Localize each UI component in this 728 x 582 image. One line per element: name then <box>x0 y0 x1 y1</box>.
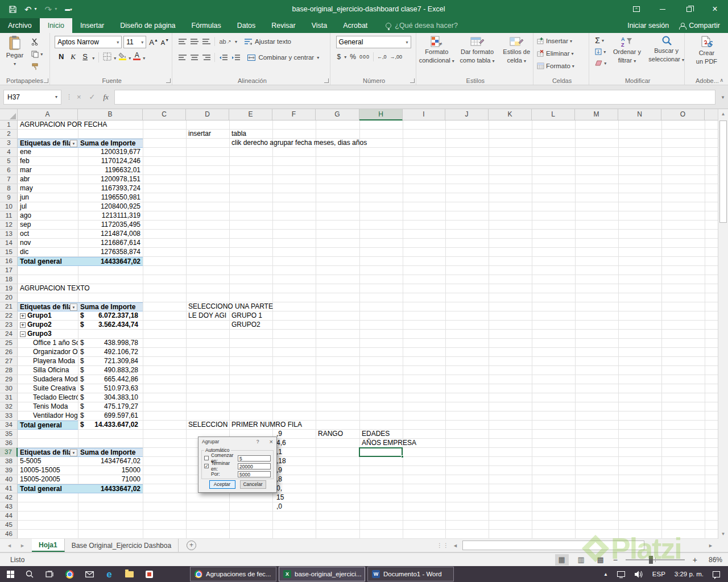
cell-B31[interactable]: $304.383,10 <box>78 393 143 402</box>
insert-cells-button[interactable]: Insertar▾ <box>535 35 589 47</box>
row-header-8[interactable]: 8 <box>0 184 18 193</box>
cell-A7[interactable]: abr <box>18 175 32 184</box>
sheet-nav-right-icon[interactable]: ► <box>20 543 25 548</box>
row-header-41[interactable]: 41 <box>0 484 18 493</box>
col-header-M[interactable]: M <box>575 109 618 120</box>
cell-A8[interactable]: may <box>18 184 35 193</box>
row-header-36[interactable]: 36 <box>0 439 18 448</box>
tray-show-hidden-icon[interactable]: ▲ <box>603 572 608 577</box>
row-header-2[interactable]: 2 <box>0 130 18 139</box>
cell-A22[interactable]: +Grupo1 <box>18 311 78 321</box>
cell-A15[interactable]: dic <box>18 248 31 257</box>
cell-A24[interactable]: −Grupo3 <box>18 330 78 339</box>
fill-button[interactable]: ▾ <box>593 46 608 57</box>
col-header-J[interactable]: J <box>445 109 489 120</box>
cell-A32[interactable]: Tenis Moda <box>18 402 78 411</box>
formula-input[interactable] <box>114 90 715 105</box>
network-icon[interactable] <box>617 571 625 577</box>
action-center-icon[interactable] <box>713 571 720 577</box>
cell-D34[interactable]: SELECCION <box>186 421 229 430</box>
cell-A5[interactable]: feb <box>18 157 32 166</box>
row-header-5[interactable]: 5 <box>0 157 18 166</box>
alignment-dialog-launcher[interactable] <box>324 78 329 83</box>
save-icon[interactable] <box>9 6 16 13</box>
row-header-25[interactable]: 25 <box>0 339 18 348</box>
number-dialog-launcher[interactable] <box>410 78 415 83</box>
font-color-button[interactable]: A <box>133 52 140 60</box>
expand-group-icon[interactable]: + <box>20 313 26 319</box>
cell-B28[interactable]: $490.883,28 <box>78 366 143 375</box>
create-pdf-button[interactable]: Crear un PDF <box>688 33 725 75</box>
taskbar-window-word[interactable]: WDocumento1 - Word <box>367 567 454 581</box>
col-header-F[interactable]: F <box>272 109 316 120</box>
collapse-ribbon-button[interactable]: ∧ <box>719 77 723 83</box>
cell-A28[interactable]: Silla Oficina <box>18 366 78 375</box>
cell-A33[interactable]: Ventilador Hoga <box>18 411 78 421</box>
cell-E34[interactable]: PRIMER NUMRO FILA <box>229 421 304 430</box>
cell-A37[interactable]: Etiquetas de fila▼ <box>18 448 78 457</box>
cell-G35[interactable]: RANGO <box>316 430 345 439</box>
cell-B11[interactable]: 1213111,319 <box>78 211 143 221</box>
col-header-H[interactable]: H <box>359 109 403 120</box>
row-header-20[interactable]: 20 <box>0 293 18 302</box>
taskbar-window-chrome[interactable]: Agrupaciones de fec... <box>190 567 276 581</box>
cell-F41[interactable]: 0, <box>272 484 316 493</box>
row-header-23[interactable]: 23 <box>0 321 18 330</box>
decrease-indent-button[interactable] <box>219 55 228 61</box>
cell-B34[interactable]: $14.433.647,02 <box>78 421 143 430</box>
cell-B21[interactable]: Suma de Importe <box>78 302 143 311</box>
ribbon-display-options-button[interactable]: ^ <box>623 0 650 18</box>
row-header-29[interactable]: 29 <box>0 375 18 384</box>
cell-A10[interactable]: jul <box>18 202 29 211</box>
autosum-button[interactable]: Σ▾ <box>593 35 608 46</box>
cell-A26[interactable]: Organizador Of <box>18 348 78 357</box>
clock[interactable]: 3:29 p. m. <box>675 571 704 577</box>
redo-button[interactable]: ↷ <box>45 5 52 14</box>
col-header-D[interactable]: D <box>186 109 229 120</box>
view-page-layout-button[interactable]: ▥ <box>574 554 588 566</box>
align-left-button[interactable] <box>179 55 187 61</box>
row-header-12[interactable]: 12 <box>0 221 18 230</box>
cell-A12[interactable]: sep <box>18 221 33 230</box>
cell-A41[interactable]: Total general <box>18 484 78 493</box>
view-page-break-button[interactable]: ▩ <box>594 554 607 566</box>
cell-D2[interactable]: insertar <box>186 130 213 139</box>
select-all-corner[interactable] <box>0 109 18 120</box>
cell-F43[interactable]: ,0 <box>272 502 316 512</box>
pinned-app-icon[interactable] <box>144 569 154 579</box>
row-header-39[interactable]: 39 <box>0 466 18 475</box>
pivot-filter-dropdown-icon[interactable]: ▼ <box>70 304 77 311</box>
ribbon-tab-dise-o-de-p-gina[interactable]: Diseño de página <box>112 18 183 33</box>
view-normal-button[interactable]: ▦ <box>555 554 569 566</box>
ribbon-tab-acrobat[interactable]: Acrobat <box>335 18 375 33</box>
cell-E22[interactable]: GRUPO 1 <box>229 311 264 321</box>
row-header-1[interactable]: 1 <box>0 120 18 130</box>
cell-B6[interactable]: 1196632,01 <box>78 166 143 175</box>
cell-B38[interactable]: 14347647,02 <box>78 457 143 466</box>
cell-B40[interactable]: 71000 <box>78 475 143 484</box>
fill-handle[interactable] <box>401 455 404 458</box>
cell-E3[interactable]: clik derecho agrupar fecha meses, dias a… <box>229 139 369 148</box>
pivot-filter-dropdown-icon[interactable]: ▼ <box>70 140 77 147</box>
dialog-help-button[interactable]: ? <box>257 439 259 444</box>
dialog-field-input[interactable]: 20000 <box>238 463 271 469</box>
increase-decimal-button[interactable]: ←,0 <box>377 54 387 60</box>
scroll-down-icon[interactable]: ▼ <box>718 529 728 539</box>
row-header-37[interactable]: 37 <box>0 448 18 457</box>
redo-caret-icon[interactable]: ▾ <box>55 7 57 11</box>
col-header-L[interactable]: L <box>532 109 575 120</box>
row-header-7[interactable]: 7 <box>0 175 18 184</box>
horizontal-scrollbar[interactable]: ◄ ► <box>449 539 717 552</box>
sheet-tab-hoja1[interactable]: Hoja1 <box>32 539 65 552</box>
row-header-4[interactable]: 4 <box>0 148 18 157</box>
cell-F36[interactable]: 4,6 <box>272 439 316 448</box>
taskbar-window-excel[interactable]: Xbase-original_ejercici... <box>279 567 365 581</box>
row-header-16[interactable]: 16 <box>0 257 18 266</box>
hscroll-right-icon[interactable]: ► <box>705 543 717 548</box>
row-header-19[interactable]: 19 <box>0 284 18 293</box>
cell-F39[interactable]: ,9 <box>272 466 316 475</box>
cell-A30[interactable]: Suite Creativa S <box>18 384 78 393</box>
zoom-level[interactable]: 86% <box>703 556 722 564</box>
row-header-45[interactable]: 45 <box>0 521 18 530</box>
taskbar-search-icon[interactable] <box>25 569 34 579</box>
